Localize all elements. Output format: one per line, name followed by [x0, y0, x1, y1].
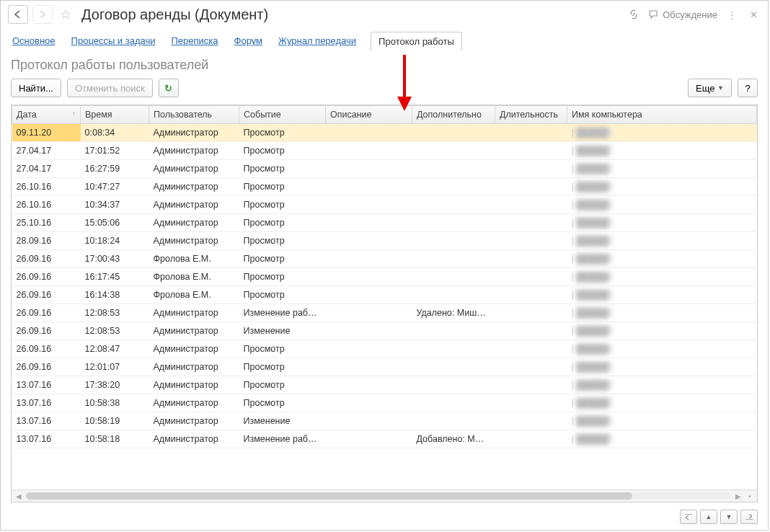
section-subtitle: Протокол работы пользователей: [1, 50, 768, 79]
tab-journal[interactable]: Журнал передачи: [277, 31, 358, 50]
scroll-left-icon[interactable]: ◀: [14, 492, 23, 500]
refresh-button[interactable]: ↻: [159, 79, 179, 97]
table-row[interactable]: 26.09.1612:01:07АдминистраторПросмотр| █…: [12, 358, 757, 376]
tab-main[interactable]: Основное: [11, 31, 57, 50]
table-row[interactable]: 26.09.1616:17:45Фролова Е.М.Просмотр| ██…: [12, 268, 757, 286]
log-table: Дата↑ Время Пользователь Событие Описани…: [12, 105, 757, 448]
table-row[interactable]: 13.07.1617:38:20АдминистраторПросмотр| █…: [12, 376, 757, 394]
table-row[interactable]: 13.07.1610:58:38АдминистраторПросмотр| █…: [12, 394, 757, 412]
nav-forward-button[interactable]: [32, 5, 53, 24]
refresh-icon: ↻: [164, 83, 172, 94]
computer-name-redacted: █████: [576, 146, 612, 154]
table-row[interactable]: 26.09.1612:08:47АдминистраторПросмотр| █…: [12, 340, 757, 358]
computer-name-redacted: █████: [576, 218, 612, 226]
kebab-menu-icon[interactable]: ⋮: [725, 7, 739, 22]
computer-name-redacted: █████: [576, 128, 612, 136]
computer-name-redacted: █████: [576, 434, 612, 443]
tab-forum[interactable]: Форум: [233, 31, 265, 50]
scroll-thumb[interactable]: [26, 492, 632, 500]
computer-name-redacted: █████: [576, 398, 612, 407]
computer-name-redacted: █████: [576, 236, 612, 244]
scroll-right-icon[interactable]: ▶: [734, 492, 743, 500]
nav-back-button[interactable]: [8, 5, 28, 24]
table-row[interactable]: 13.07.1610:58:19АдминистраторИзменение| …: [12, 412, 757, 430]
scroll-dot-icon: •: [745, 492, 754, 500]
col-date[interactable]: Дата↑: [12, 106, 81, 124]
computer-name-redacted: █████: [576, 200, 612, 208]
tab-processes[interactable]: Процессы и задачи: [70, 31, 157, 50]
sort-asc-icon: ↑: [72, 110, 76, 118]
table-row[interactable]: 26.10.1610:47:27АдминистраторПросмотр| █…: [12, 178, 757, 196]
computer-name-redacted: █████: [576, 272, 612, 280]
table-row[interactable]: 26.09.1612:08:53АдминистраторИзменение| …: [12, 322, 757, 340]
tab-protocol[interactable]: Протокол работы: [371, 32, 462, 51]
computer-name-redacted: █████: [576, 164, 612, 172]
computer-name-redacted: █████: [576, 308, 612, 316]
h-scrollbar[interactable]: ◀ ▶ •: [12, 489, 757, 502]
col-desc[interactable]: Описание: [326, 106, 412, 124]
page-up-button[interactable]: ▲: [700, 510, 717, 524]
col-extra[interactable]: Дополнительно: [412, 106, 495, 124]
more-button[interactable]: Еще ▼: [688, 79, 732, 97]
computer-name-redacted: █████: [576, 182, 612, 190]
table-row[interactable]: 27.04.1716:27:59АдминистраторПросмотр| █…: [12, 160, 757, 178]
computer-name-redacted: █████: [576, 254, 612, 262]
computer-name-redacted: █████: [576, 326, 612, 334]
favorite-star-icon[interactable]: ☆: [60, 6, 71, 22]
col-comp[interactable]: Имя компьютера: [567, 106, 757, 124]
help-button[interactable]: ?: [738, 79, 758, 97]
col-dur[interactable]: Длительность: [495, 106, 567, 124]
table-row[interactable]: 26.10.1610:34:37АдминистраторПросмотр| █…: [12, 196, 757, 214]
tab-correspondence[interactable]: Переписка: [170, 31, 220, 50]
computer-name-redacted: █████: [576, 416, 612, 425]
computer-name-redacted: █████: [576, 362, 612, 371]
table-row[interactable]: 27.04.1717:01:52АдминистраторПросмотр| █…: [12, 142, 757, 160]
table-row[interactable]: 26.09.1612:08:53АдминистраторИзменение р…: [12, 304, 757, 322]
computer-name-redacted: █████: [576, 380, 612, 389]
cancel-search-button[interactable]: Отменить поиск: [67, 79, 153, 97]
table-row[interactable]: 09.11.200:08:34АдминистраторПросмотр| ██…: [12, 124, 757, 142]
computer-name-redacted: █████: [576, 290, 612, 298]
link-icon[interactable]: [627, 7, 641, 22]
page-down-button[interactable]: ▼: [720, 510, 738, 524]
chevron-down-icon: ▼: [717, 84, 724, 92]
tab-bar: Основное Процессы и задачи Переписка Фор…: [1, 28, 768, 50]
page-last-button[interactable]: [740, 510, 758, 524]
window-title: Договор аренды (Документ): [81, 6, 268, 23]
col-user[interactable]: Пользователь: [149, 106, 239, 124]
table-row[interactable]: 28.09.1610:18:24АдминистраторПросмотр| █…: [12, 232, 757, 250]
table-row[interactable]: 25.10.1615:05:06АдминистраторПросмотр| █…: [12, 214, 757, 232]
page-first-button[interactable]: [680, 510, 697, 524]
table-row[interactable]: 26.09.1616:14:38Фролова Е.М.Просмотр| ██…: [12, 286, 757, 304]
find-button[interactable]: Найти...: [11, 79, 61, 97]
discuss-button[interactable]: Обсуждение: [648, 9, 717, 20]
table-row[interactable]: 26.09.1617:00:43Фролова Е.М.Просмотр| ██…: [12, 250, 757, 268]
computer-name-redacted: █████: [576, 344, 612, 353]
col-event[interactable]: Событие: [239, 106, 326, 124]
table-row[interactable]: 13.07.1610:58:18АдминистраторИзменение р…: [12, 430, 757, 448]
col-time[interactable]: Время: [81, 106, 149, 124]
close-icon[interactable]: ✕: [746, 7, 761, 22]
